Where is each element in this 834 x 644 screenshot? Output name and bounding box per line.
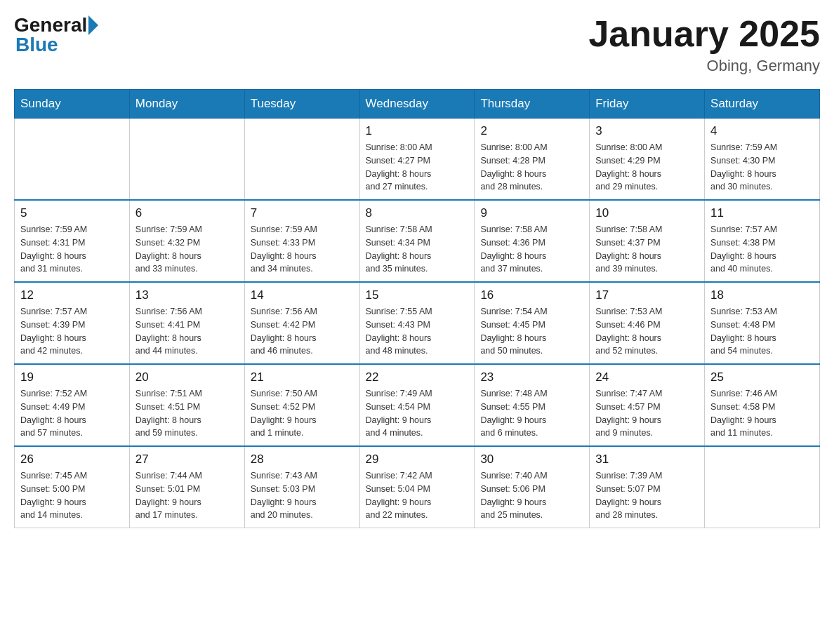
calendar-day-cell: 6Sunrise: 7:59 AMSunset: 4:32 PMDaylight…: [129, 200, 244, 282]
day-number: 21: [251, 370, 354, 384]
calendar-day-cell: 25Sunrise: 7:46 AMSunset: 4:58 PMDayligh…: [705, 364, 820, 446]
day-info: Sunrise: 7:44 AMSunset: 5:01 PMDaylight:…: [135, 469, 239, 522]
day-number: 9: [480, 206, 583, 220]
calendar-day-cell: 5Sunrise: 7:59 AMSunset: 4:31 PMDaylight…: [15, 200, 130, 282]
day-number: 23: [480, 370, 583, 384]
calendar-day-cell: 16Sunrise: 7:54 AMSunset: 4:45 PMDayligh…: [475, 282, 590, 364]
calendar-day-cell: 17Sunrise: 7:53 AMSunset: 4:46 PMDayligh…: [590, 282, 705, 364]
day-info: Sunrise: 8:00 AMSunset: 4:28 PMDaylight:…: [480, 141, 583, 194]
day-of-week-header: Sunday: [15, 90, 130, 119]
day-info: Sunrise: 7:58 AMSunset: 4:37 PMDaylight:…: [595, 223, 699, 276]
calendar-day-cell: 7Sunrise: 7:59 AMSunset: 4:33 PMDaylight…: [244, 200, 359, 282]
calendar-day-cell: 15Sunrise: 7:55 AMSunset: 4:43 PMDayligh…: [359, 282, 475, 364]
day-number: 13: [135, 288, 239, 302]
calendar-day-cell: [705, 446, 820, 528]
day-info: Sunrise: 7:53 AMSunset: 4:48 PMDaylight:…: [710, 305, 814, 358]
day-number: 25: [710, 370, 814, 384]
calendar-day-cell: 14Sunrise: 7:56 AMSunset: 4:42 PMDayligh…: [244, 282, 359, 364]
day-number: 24: [595, 370, 699, 384]
calendar-day-cell: 12Sunrise: 7:57 AMSunset: 4:39 PMDayligh…: [15, 282, 130, 364]
calendar-day-cell: 4Sunrise: 7:59 AMSunset: 4:30 PMDaylight…: [705, 119, 820, 201]
calendar-day-cell: 13Sunrise: 7:56 AMSunset: 4:41 PMDayligh…: [129, 282, 244, 364]
title-section: January 2025 Obing, Germany: [588, 14, 820, 75]
calendar-location: Obing, Germany: [588, 57, 820, 75]
calendar-day-cell: 9Sunrise: 7:58 AMSunset: 4:36 PMDaylight…: [475, 200, 590, 282]
day-number: 28: [251, 452, 354, 467]
day-number: 15: [366, 288, 469, 302]
day-number: 31: [595, 452, 699, 467]
day-number: 27: [135, 452, 239, 467]
day-info: Sunrise: 7:58 AMSunset: 4:36 PMDaylight:…: [480, 223, 583, 276]
calendar-day-cell: 29Sunrise: 7:42 AMSunset: 5:04 PMDayligh…: [359, 446, 475, 528]
calendar-day-cell: 23Sunrise: 7:48 AMSunset: 4:55 PMDayligh…: [475, 364, 590, 446]
calendar-day-cell: [15, 119, 130, 201]
calendar-day-cell: [244, 119, 359, 201]
day-of-week-header: Friday: [590, 90, 705, 119]
day-number: 1: [366, 124, 469, 138]
calendar-day-cell: 8Sunrise: 7:58 AMSunset: 4:34 PMDaylight…: [359, 200, 475, 282]
day-info: Sunrise: 7:52 AMSunset: 4:49 PMDaylight:…: [20, 387, 124, 440]
calendar-day-cell: 10Sunrise: 7:58 AMSunset: 4:37 PMDayligh…: [590, 200, 705, 282]
calendar-day-cell: 19Sunrise: 7:52 AMSunset: 4:49 PMDayligh…: [15, 364, 130, 446]
day-of-week-header: Thursday: [475, 90, 590, 119]
day-number: 6: [135, 206, 239, 220]
day-info: Sunrise: 7:57 AMSunset: 4:39 PMDaylight:…: [20, 305, 124, 358]
calendar-table: SundayMondayTuesdayWednesdayThursdayFrid…: [14, 89, 820, 528]
day-info: Sunrise: 7:59 AMSunset: 4:32 PMDaylight:…: [135, 223, 239, 276]
day-info: Sunrise: 8:00 AMSunset: 4:27 PMDaylight:…: [366, 141, 469, 194]
day-info: Sunrise: 7:58 AMSunset: 4:34 PMDaylight:…: [366, 223, 469, 276]
day-number: 18: [710, 288, 814, 302]
day-info: Sunrise: 7:50 AMSunset: 4:52 PMDaylight:…: [251, 387, 354, 440]
calendar-week-row: 26Sunrise: 7:45 AMSunset: 5:00 PMDayligh…: [15, 446, 820, 528]
day-number: 8: [366, 206, 469, 220]
day-number: 7: [251, 206, 354, 220]
calendar-week-row: 12Sunrise: 7:57 AMSunset: 4:39 PMDayligh…: [15, 282, 820, 364]
day-number: 22: [366, 370, 469, 384]
page-header: General Blue January 2025 Obing, Germany: [14, 14, 820, 75]
day-info: Sunrise: 7:48 AMSunset: 4:55 PMDaylight:…: [480, 387, 583, 440]
day-number: 14: [251, 288, 354, 302]
day-info: Sunrise: 7:54 AMSunset: 4:45 PMDaylight:…: [480, 305, 583, 358]
calendar-day-cell: 28Sunrise: 7:43 AMSunset: 5:03 PMDayligh…: [244, 446, 359, 528]
day-number: 12: [20, 288, 124, 302]
day-number: 11: [710, 206, 814, 220]
calendar-title: January 2025: [588, 14, 820, 54]
day-number: 29: [366, 452, 469, 467]
calendar-day-cell: 18Sunrise: 7:53 AMSunset: 4:48 PMDayligh…: [705, 282, 820, 364]
calendar-header-row: SundayMondayTuesdayWednesdayThursdayFrid…: [15, 90, 820, 119]
day-info: Sunrise: 7:56 AMSunset: 4:42 PMDaylight:…: [251, 305, 354, 358]
calendar-day-cell: 27Sunrise: 7:44 AMSunset: 5:01 PMDayligh…: [129, 446, 244, 528]
logo-arrow-icon: [88, 15, 98, 35]
day-number: 4: [710, 124, 814, 138]
day-info: Sunrise: 7:43 AMSunset: 5:03 PMDaylight:…: [251, 469, 354, 522]
day-info: Sunrise: 8:00 AMSunset: 4:29 PMDaylight:…: [595, 141, 699, 194]
day-info: Sunrise: 7:40 AMSunset: 5:06 PMDaylight:…: [480, 469, 583, 522]
day-of-week-header: Saturday: [705, 90, 820, 119]
day-info: Sunrise: 7:55 AMSunset: 4:43 PMDaylight:…: [366, 305, 469, 358]
day-info: Sunrise: 7:47 AMSunset: 4:57 PMDaylight:…: [595, 387, 699, 440]
calendar-week-row: 5Sunrise: 7:59 AMSunset: 4:31 PMDaylight…: [15, 200, 820, 282]
day-info: Sunrise: 7:56 AMSunset: 4:41 PMDaylight:…: [135, 305, 239, 358]
calendar-week-row: 19Sunrise: 7:52 AMSunset: 4:49 PMDayligh…: [15, 364, 820, 446]
calendar-day-cell: 3Sunrise: 8:00 AMSunset: 4:29 PMDaylight…: [590, 119, 705, 201]
day-info: Sunrise: 7:59 AMSunset: 4:30 PMDaylight:…: [710, 141, 814, 194]
calendar-day-cell: 22Sunrise: 7:49 AMSunset: 4:54 PMDayligh…: [359, 364, 475, 446]
day-info: Sunrise: 7:53 AMSunset: 4:46 PMDaylight:…: [595, 305, 699, 358]
day-number: 2: [480, 124, 583, 138]
day-number: 20: [135, 370, 239, 384]
day-number: 10: [595, 206, 699, 220]
day-number: 16: [480, 288, 583, 302]
day-info: Sunrise: 7:49 AMSunset: 4:54 PMDaylight:…: [366, 387, 469, 440]
calendar-day-cell: 11Sunrise: 7:57 AMSunset: 4:38 PMDayligh…: [705, 200, 820, 282]
day-number: 17: [595, 288, 699, 302]
day-of-week-header: Monday: [129, 90, 244, 119]
calendar-day-cell: 20Sunrise: 7:51 AMSunset: 4:51 PMDayligh…: [129, 364, 244, 446]
day-number: 26: [20, 452, 124, 467]
day-number: 30: [480, 452, 583, 467]
day-of-week-header: Wednesday: [359, 90, 475, 119]
day-info: Sunrise: 7:59 AMSunset: 4:31 PMDaylight:…: [20, 223, 124, 276]
day-info: Sunrise: 7:42 AMSunset: 5:04 PMDaylight:…: [366, 469, 469, 522]
calendar-day-cell: 2Sunrise: 8:00 AMSunset: 4:28 PMDaylight…: [475, 119, 590, 201]
day-info: Sunrise: 7:59 AMSunset: 4:33 PMDaylight:…: [251, 223, 354, 276]
calendar-day-cell: 26Sunrise: 7:45 AMSunset: 5:00 PMDayligh…: [15, 446, 130, 528]
